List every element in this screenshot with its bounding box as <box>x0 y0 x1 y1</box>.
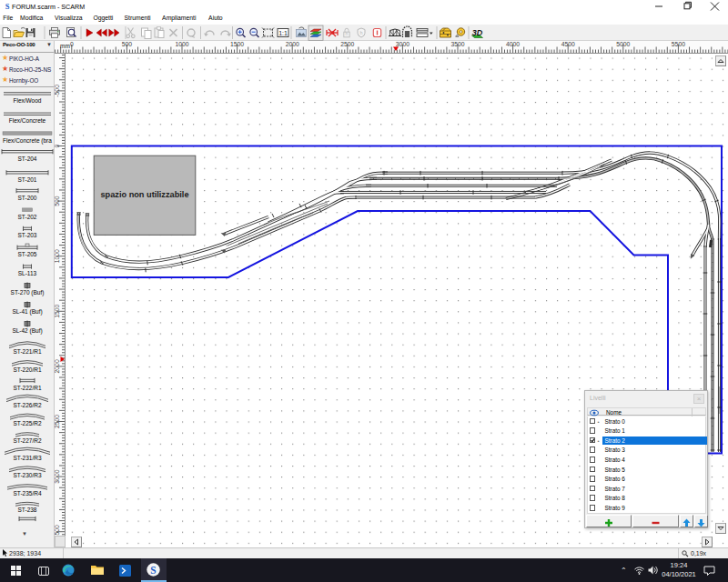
svg-text:3D: 3D <box>472 28 483 37</box>
svg-text:S: S <box>5 2 10 11</box>
svg-text:1000: 1000 <box>55 249 60 263</box>
svg-text:0: 0 <box>55 144 60 147</box>
svg-text:2500: 2500 <box>55 415 60 428</box>
svg-text:spazio non utilizzabile: spazio non utilizzabile <box>101 190 189 199</box>
svg-text:S: S <box>150 565 156 576</box>
svg-text:h: h <box>359 30 362 35</box>
svg-text:500: 500 <box>55 196 60 206</box>
svg-text:h: h <box>346 31 349 36</box>
svg-text:2000: 2000 <box>55 359 60 373</box>
svg-text:1:1: 1:1 <box>278 30 288 36</box>
svg-text:-500: -500 <box>55 85 60 97</box>
svg-text:1500: 1500 <box>55 305 60 318</box>
svg-text:3000: 3000 <box>55 469 60 483</box>
